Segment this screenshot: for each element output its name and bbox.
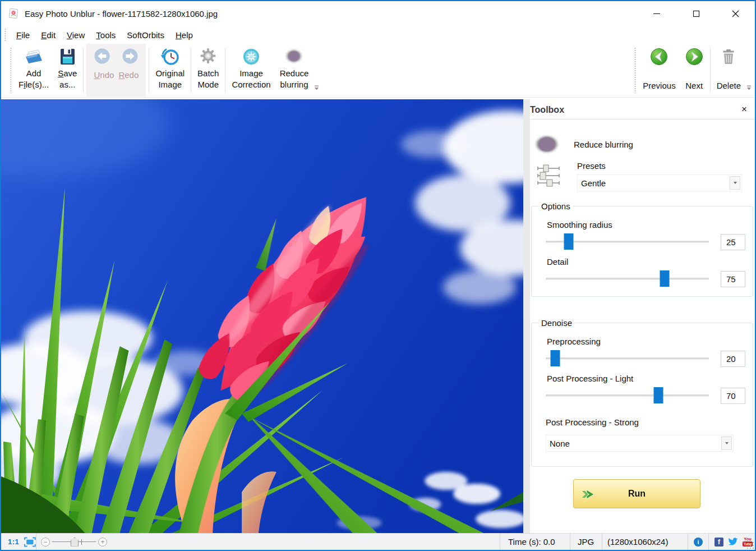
menu-view[interactable]: View [61, 30, 90, 40]
slider-track[interactable] [546, 357, 709, 360]
post-processing-strong-dropdown-arrow[interactable] [721, 437, 732, 450]
close-icon [732, 10, 739, 17]
toolbar-right-drag-handle[interactable] [634, 47, 636, 93]
smoothing-radius-label: Smoothing radius [547, 220, 745, 229]
save-as-button[interactable]: Save as... [53, 44, 81, 97]
menubar-drag-handle[interactable] [4, 28, 6, 42]
zoom-in-button[interactable]: + [98, 538, 107, 547]
options-group: Options Smoothing radius 25 Detail [531, 201, 753, 297]
zoom-ratio-button[interactable]: 1:1 [8, 538, 19, 546]
preprocessing-block: Preprocessing 20 [546, 337, 745, 367]
preprocessing-slider[interactable] [546, 350, 709, 367]
twitter-icon[interactable] [728, 538, 738, 546]
post-processing-light-slider[interactable] [546, 387, 709, 404]
resize-grip[interactable] [746, 541, 754, 549]
active-tool-label: Reduce blurring [574, 140, 633, 149]
menu-softorbits[interactable]: SoftOrbits [121, 30, 170, 40]
maximize-icon [693, 11, 699, 17]
post-processing-strong-label: Post Processing - Strong [546, 417, 745, 427]
post-processing-strong-dropdown[interactable]: None [546, 435, 734, 452]
detail-label: Detail [547, 257, 745, 267]
smoothing-radius-slider-thumb[interactable] [564, 233, 573, 250]
processing-time: Time (s): 0.0 [508, 537, 555, 547]
reduce-blurring-label-2: blurring [280, 79, 308, 90]
smoothing-radius-value[interactable]: 25 [721, 234, 745, 250]
original-image-button[interactable]: Original Image [151, 44, 189, 97]
add-files-icon [24, 47, 43, 66]
undo-icon[interactable] [93, 47, 111, 65]
previous-button[interactable]: Previous [638, 44, 680, 97]
post-processing-light-block: Post Processing - Light 70 [546, 374, 745, 404]
toolbox-panel: Toolbox × Reduce blurring [530, 99, 755, 533]
zoom-slider-thumb[interactable] [71, 538, 79, 547]
slider-track[interactable] [546, 278, 709, 280]
toolbar-overflow-chevron[interactable] [314, 82, 319, 93]
gear-icon [199, 47, 218, 66]
denoise-group: Denoise Preprocessing 20 Post Processing… [531, 318, 753, 467]
toolbar: Add File(s)... Save as... [1, 44, 755, 98]
post-processing-light-value[interactable]: 70 [721, 388, 745, 404]
fit-to-screen-button[interactable] [24, 537, 36, 547]
close-button[interactable] [716, 1, 755, 26]
run-arrow-icon [581, 488, 595, 501]
save-as-label-2: as... [59, 79, 75, 90]
post-processing-light-slider-thumb[interactable] [653, 387, 663, 403]
reduce-blurring-button[interactable]: Reduce blurring [275, 44, 314, 97]
detail-slider[interactable] [546, 270, 709, 287]
photo-canvas[interactable] [1, 99, 523, 533]
toolbar-separator [191, 48, 191, 93]
presets-dropdown[interactable]: Gentle [577, 175, 742, 191]
undo-redo-group: Undo Redo [86, 44, 146, 97]
presets-dropdown-arrow[interactable] [730, 176, 740, 190]
preprocessing-label: Preprocessing [547, 337, 745, 346]
zoom-out-button[interactable]: − [41, 538, 50, 547]
delete-button[interactable]: Delete [712, 44, 745, 97]
save-as-label-1: Save [58, 68, 77, 79]
menu-file[interactable]: File [11, 30, 35, 40]
maximize-button[interactable] [676, 1, 716, 26]
facebook-icon[interactable]: f [714, 538, 723, 547]
menu-edit[interactable]: Edit [35, 30, 61, 40]
next-label: Next [685, 80, 703, 91]
undo-label[interactable]: Undo [94, 70, 114, 80]
menu-help[interactable]: Help [170, 30, 199, 40]
preprocessing-slider-thumb[interactable] [551, 350, 560, 366]
smoothing-radius-block: Smoothing radius 25 [546, 220, 745, 250]
post-processing-strong-value: None [546, 439, 570, 448]
redo-icon[interactable] [121, 47, 139, 65]
history-clock-icon [160, 47, 179, 66]
trash-icon [719, 47, 738, 66]
panel-splitter[interactable] [523, 99, 530, 533]
slider-track[interactable] [546, 394, 709, 397]
toolbox-close-icon[interactable]: × [739, 103, 749, 115]
add-files-label-2: File(s)... [19, 79, 49, 90]
save-icon [58, 47, 77, 66]
flower-photo [1, 99, 523, 533]
previous-icon [649, 47, 669, 66]
batch-mode-button[interactable]: Batch Mode [193, 44, 223, 97]
detail-slider-thumb[interactable] [660, 270, 670, 287]
status-bar: 1:1 − + Time (s): 0.0 JPG (1280x1060x24) [1, 533, 755, 550]
detail-value[interactable]: 75 [721, 271, 745, 287]
original-image-label-1: Original [155, 68, 185, 79]
preprocessing-value[interactable]: 20 [721, 351, 745, 367]
post-processing-light-label: Post Processing - Light [547, 374, 745, 383]
info-icon[interactable]: i [694, 538, 703, 547]
minimize-button[interactable] [637, 1, 676, 26]
image-correction-button[interactable]: Image Correction [227, 44, 275, 97]
menu-tools[interactable]: Tools [90, 30, 121, 40]
chevron-down-icon [725, 442, 729, 444]
toolbar-right-overflow-chevron[interactable] [746, 82, 752, 93]
menu-bar: File Edit View Tools SoftOrbits Help [1, 26, 755, 44]
toolbar-drag-handle[interactable] [10, 47, 12, 93]
toolbox-title: Toolbox [530, 105, 564, 115]
image-correction-label-1: Image [239, 68, 263, 79]
zoom-slider[interactable] [52, 537, 96, 547]
next-button[interactable]: Next [680, 44, 708, 97]
run-button-label: Run [628, 489, 646, 499]
smoothing-radius-slider[interactable] [546, 233, 709, 250]
title-bar: Easy Photo Unblur - flower-1171582-1280x… [1, 1, 755, 26]
redo-label[interactable]: Redo [118, 70, 139, 80]
run-button[interactable]: Run [573, 479, 700, 508]
add-files-button[interactable]: Add File(s)... [14, 44, 53, 97]
